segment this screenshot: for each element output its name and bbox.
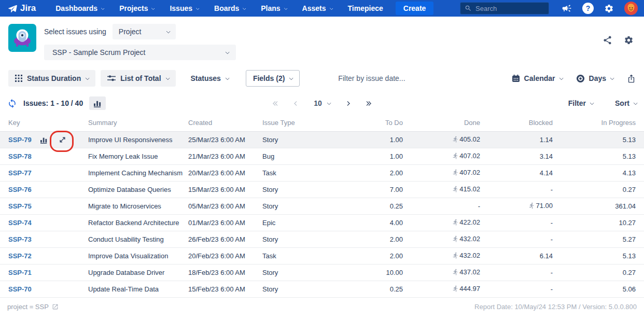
- blocked-value: 4.14: [540, 169, 553, 177]
- done-runner-icon: [452, 252, 459, 259]
- table-row[interactable]: SSP-74 Refactor Backend Architecture 01/…: [0, 215, 644, 231]
- done-value: 407.02: [459, 152, 480, 160]
- nav-item[interactable]: Plans: [261, 4, 286, 12]
- nav-item-label: Projects: [119, 4, 148, 12]
- nav-item[interactable]: Assets: [302, 4, 332, 12]
- col-header-todo[interactable]: To Do: [337, 115, 403, 132]
- unit-dropdown[interactable]: Days: [576, 74, 613, 83]
- cell-todo: 2.00: [337, 165, 403, 182]
- statuses-dropdown[interactable]: Statuses: [184, 70, 235, 87]
- jira-brand[interactable]: Jira: [7, 3, 36, 13]
- megaphone-icon[interactable]: [562, 3, 572, 13]
- first-page-button[interactable]: [273, 102, 279, 105]
- nav-item[interactable]: Dashboards: [55, 4, 104, 12]
- filter-dropdown[interactable]: Filter: [568, 99, 593, 107]
- external-link-icon[interactable]: [52, 303, 59, 310]
- cell-summary: Fix Memory Leak Issue: [88, 148, 188, 165]
- issue-key-link[interactable]: SSP-77: [8, 169, 32, 177]
- issue-key-link[interactable]: SSP-78: [8, 152, 32, 160]
- issue-key-link[interactable]: SSP-79: [8, 136, 32, 144]
- help-icon[interactable]: ?: [582, 3, 594, 14]
- refresh-icon[interactable]: [7, 99, 17, 108]
- nav-item[interactable]: Timepiece: [348, 4, 383, 12]
- cell-summary: Upgrade Database Driver: [88, 265, 188, 281]
- table-row[interactable]: SSP-70 Update Real-Time Data 15/Feb/23 6…: [0, 281, 644, 298]
- nav-item[interactable]: Projects: [119, 4, 154, 12]
- cell-created: 20/Feb/23 6:00 AM: [188, 248, 262, 265]
- blocked-value: 71.00: [536, 202, 553, 210]
- table-row[interactable]: SSP-73 Conduct Usability Testing 26/Feb/…: [0, 231, 644, 248]
- col-header-blocked[interactable]: Blocked: [480, 115, 553, 132]
- nav-item[interactable]: Issues: [170, 4, 199, 12]
- col-header-issue-type[interactable]: Issue Type: [262, 115, 337, 132]
- cell-issue-type: Task: [262, 248, 337, 265]
- page: Jira Dashboards Projects Issues Boards P…: [0, 0, 644, 320]
- cell-todo: 0.25: [337, 198, 403, 215]
- issue-key-link[interactable]: SSP-72: [8, 252, 32, 260]
- issue-key-link[interactable]: SSP-75: [8, 202, 32, 210]
- cell-in-progress: 5.13: [553, 132, 644, 148]
- settings-gear-icon[interactable]: [624, 35, 634, 45]
- chart-view-button[interactable]: [89, 96, 106, 110]
- cell-summary: Migrate to Microservices: [88, 198, 188, 215]
- chevron-down-icon: [327, 101, 331, 105]
- nav-item-label: Boards: [214, 4, 239, 12]
- gear-icon[interactable]: [604, 4, 614, 13]
- chevron-down-icon: [166, 29, 170, 33]
- nav-icon-group: ?: [562, 2, 638, 15]
- fields-dropdown[interactable]: Fields (2): [246, 70, 300, 87]
- search-input[interactable]: [475, 5, 538, 12]
- export-icon[interactable]: [627, 74, 636, 83]
- user-avatar[interactable]: [624, 2, 638, 15]
- report-type-dropdown[interactable]: Status Duration: [8, 70, 95, 87]
- share-icon[interactable]: [603, 35, 612, 45]
- done-runner-icon: [452, 219, 459, 226]
- chevron-down-icon: [243, 6, 246, 10]
- last-page-button[interactable]: [365, 102, 371, 105]
- table-row[interactable]: SSP-72 Improve Data Visualization 20/Feb…: [0, 248, 644, 265]
- table-row[interactable]: SSP-79 Improve UI Responsiveness 25/Mar/…: [0, 132, 644, 148]
- issue-key-link[interactable]: SSP-70: [8, 285, 32, 293]
- nav-item-label: Issues: [170, 4, 192, 12]
- next-page-button[interactable]: [346, 102, 349, 105]
- issues-table-body: SSP-79 Improve UI Responsiveness 25/Mar/…: [0, 132, 644, 298]
- project-dropdown[interactable]: SSP - Sample Scrum Project: [44, 45, 236, 60]
- view-mode-value: List of Total: [120, 74, 161, 82]
- prev-page-button[interactable]: [295, 102, 298, 105]
- col-header-created[interactable]: Created: [188, 115, 262, 132]
- table-row[interactable]: SSP-76 Optimize Database Queries 15/Mar/…: [0, 182, 644, 198]
- issue-key-link[interactable]: SSP-76: [8, 186, 32, 193]
- expand-icon[interactable]: [59, 136, 66, 144]
- brand-label: Jira: [20, 3, 36, 13]
- create-button[interactable]: Create: [396, 2, 434, 15]
- sort-dropdown[interactable]: Sort: [615, 99, 637, 107]
- cell-issue-type: Task: [262, 165, 337, 182]
- issue-key-link[interactable]: SSP-73: [8, 235, 32, 243]
- cell-created: 01/Mar/23 6:00 AM: [188, 215, 262, 231]
- table-row[interactable]: SSP-77 Implement Caching Mechanism 20/Ma…: [0, 165, 644, 182]
- issue-key-link[interactable]: SSP-74: [8, 219, 32, 227]
- view-mode-dropdown[interactable]: List of Total: [101, 70, 175, 87]
- grid-icon: [15, 75, 22, 82]
- cell-created: 25/Mar/23 6:00 AM: [188, 132, 262, 148]
- col-header-summary[interactable]: Summary: [88, 115, 188, 132]
- search-box[interactable]: [460, 2, 549, 15]
- nav-item[interactable]: Boards: [214, 4, 245, 12]
- issue-key-link[interactable]: SSP-71: [8, 269, 32, 276]
- row-chart-icon[interactable]: [40, 136, 48, 144]
- table-row[interactable]: SSP-71 Upgrade Database Driver 18/Feb/23…: [0, 265, 644, 281]
- page-size-dropdown[interactable]: 10: [314, 99, 330, 107]
- issues-bar: Issues: 1 - 10 / 40 10 Filter Sort: [0, 92, 644, 115]
- select-mode-dropdown[interactable]: Project: [113, 24, 176, 39]
- cell-issue-type: Story: [262, 231, 337, 248]
- col-header-in-progress[interactable]: In Progress: [553, 115, 644, 132]
- table-row[interactable]: SSP-78 Fix Memory Leak Issue 21/Mar/23 6…: [0, 148, 644, 165]
- table-row[interactable]: SSP-75 Migrate to Microservices 05/Mar/2…: [0, 198, 644, 215]
- calendar-dropdown[interactable]: Calendar: [512, 74, 563, 82]
- col-header-done[interactable]: Done: [403, 115, 480, 132]
- chevron-down-icon: [590, 101, 594, 105]
- issue-date-filter[interactable]: Filter by issue date...: [338, 74, 405, 82]
- done-runner-icon: [452, 269, 459, 275]
- col-header-key[interactable]: Key: [0, 115, 88, 132]
- chevron-down-icon: [225, 76, 229, 80]
